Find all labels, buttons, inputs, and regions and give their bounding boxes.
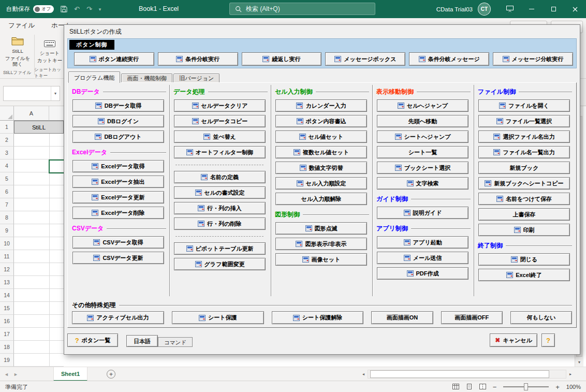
page-layout-view-icon[interactable] xyxy=(466,384,473,390)
close-button[interactable] xyxy=(564,0,586,18)
dialog-button[interactable]: セルへジャンプ xyxy=(377,99,468,112)
row-header[interactable]: 1 xyxy=(0,121,14,134)
row-header[interactable]: 15 xyxy=(0,302,14,315)
sheet-nav-left-icon[interactable]: ◄ xyxy=(4,372,9,377)
dialog-button[interactable]: 条件分岐メッセージ xyxy=(409,52,489,66)
tab-file[interactable]: ファイル xyxy=(8,21,35,30)
dialog-button[interactable]: 閉じる xyxy=(478,253,570,266)
dialog-button[interactable]: CSVデータ取得 xyxy=(72,236,164,249)
row-header[interactable]: 10 xyxy=(0,237,14,250)
row-header[interactable]: 14 xyxy=(0,289,14,302)
cell-a1[interactable]: StiLL xyxy=(14,121,64,134)
dialog-button[interactable]: アプリ起動 xyxy=(377,236,468,249)
dialog-button[interactable]: グラフ範囲変更 xyxy=(174,258,266,270)
dialog-button[interactable]: Excelデータ取得 xyxy=(72,160,164,172)
dialog-button[interactable]: 図形点滅 xyxy=(275,222,367,235)
dialog-tab[interactable]: 画面・機能制御 xyxy=(121,74,172,82)
row-header[interactable]: 9 xyxy=(0,224,14,237)
dialog-button[interactable]: 名前をつけて保存 xyxy=(478,193,570,205)
row-header[interactable]: 6 xyxy=(0,185,14,198)
dialog-button[interactable]: セルの書式設定 xyxy=(174,186,266,199)
row-header[interactable]: 13 xyxy=(0,276,14,289)
dialog-button[interactable]: メール送信 xyxy=(377,252,468,264)
maximize-button[interactable] xyxy=(543,0,564,18)
dialog-button[interactable]: 並べ替え xyxy=(174,130,266,143)
dialog-tab[interactable]: プログラム機能 xyxy=(68,71,120,83)
name-box[interactable]: ▾ xyxy=(3,86,60,101)
minimize-button[interactable] xyxy=(521,0,543,18)
dialog-button[interactable]: DBログイン xyxy=(72,115,164,127)
dialog-button[interactable]: Excel終了 xyxy=(478,269,570,281)
dialog-button[interactable]: ボタン連続実行 xyxy=(74,52,154,66)
row-header[interactable]: 8 xyxy=(0,211,14,224)
row-header[interactable]: 2 xyxy=(0,134,14,147)
account-avatar[interactable]: CT xyxy=(478,3,491,16)
chevron-down-icon[interactable]: ▾ xyxy=(51,86,60,100)
dialog-button[interactable]: ピボットテーブル更新 xyxy=(174,242,266,255)
dialog-button[interactable]: セル入力順解除 xyxy=(275,193,367,205)
row-header[interactable]: 11 xyxy=(0,250,14,263)
dialog-button[interactable]: アクティブセル出力 xyxy=(72,311,164,324)
dialog-button[interactable]: 画面描画ON xyxy=(371,311,433,324)
row-header[interactable]: 4 xyxy=(0,159,14,172)
page-break-view-icon[interactable] xyxy=(479,384,486,390)
save-icon[interactable] xyxy=(61,6,67,12)
dialog-button[interactable]: 画像セット xyxy=(275,253,367,266)
scroll-right-icon[interactable]: ▸ xyxy=(566,370,575,379)
button-list-button[interactable]: ? ボタン一覧 xyxy=(67,333,118,347)
zoom-in-button[interactable]: + xyxy=(555,383,560,391)
row-header[interactable]: 7 xyxy=(0,198,14,211)
zoom-slider[interactable] xyxy=(503,381,549,392)
dialog-button[interactable]: ファイル一覧選択 xyxy=(478,115,570,127)
horizontal-scrollbar-track[interactable] xyxy=(368,370,566,379)
dialog-button[interactable]: 上書保存 xyxy=(478,208,570,221)
horizontal-scrollbar[interactable]: ◂ ▸ xyxy=(359,369,575,379)
ribbon-display-options-icon[interactable] xyxy=(499,0,521,18)
row-header[interactable]: 18 xyxy=(0,341,14,354)
horizontal-scrollbar-thumb[interactable] xyxy=(370,370,549,378)
row-header[interactable]: 19 xyxy=(0,354,14,367)
undo-icon[interactable]: ↶ xyxy=(74,5,80,13)
dialog-button[interactable]: 選択ファイル名出力 xyxy=(478,130,570,143)
row-header[interactable]: 17 xyxy=(0,328,14,341)
shortcut-key-button[interactable]: ショート カットキー xyxy=(36,35,64,68)
dialog-button[interactable]: 画面描画OFF xyxy=(441,311,503,324)
dialog-tab[interactable]: 旧バージョン xyxy=(173,74,219,82)
row-header[interactable]: 16 xyxy=(0,315,14,328)
scroll-down-icon[interactable]: ▾ xyxy=(575,358,583,366)
column-header-a[interactable]: A xyxy=(14,106,49,121)
row-header[interactable]: 3 xyxy=(0,147,14,159)
dialog-button[interactable]: Excelデータ更新 xyxy=(72,191,164,204)
toolbar-caret-icon[interactable]: ▾ xyxy=(99,7,101,12)
dialog-button[interactable]: オートフィルター制御 xyxy=(174,146,266,158)
dialog-button[interactable]: シート保護 xyxy=(172,311,264,324)
scroll-left-icon[interactable]: ◂ xyxy=(359,370,368,379)
dialog-button[interactable]: シート保護解除 xyxy=(272,311,364,324)
dialog-button[interactable]: 行・列の削除 xyxy=(174,217,266,230)
dialog-button[interactable]: Excelデータ削除 xyxy=(72,207,164,219)
dialog-button[interactable]: シート一覧 xyxy=(377,146,468,158)
redo-icon[interactable]: ↷ xyxy=(86,5,92,13)
dialog-button[interactable]: 図形表示/非表示 xyxy=(275,238,367,250)
dialog-button[interactable]: メッセージボックス xyxy=(325,52,405,66)
dialog-button[interactable]: 数値文字切替 xyxy=(275,162,367,174)
dialog-button[interactable]: 名前の定義 xyxy=(174,171,266,183)
dialog-button[interactable]: 新規ブックへシートコピー xyxy=(478,177,570,190)
dialog-button[interactable]: シートへジャンプ xyxy=(377,130,468,143)
dialog-button[interactable]: カレンダー入力 xyxy=(275,99,367,112)
search-input[interactable]: 検索 (Alt+Q) xyxy=(229,3,375,15)
dialog-button[interactable]: 行・列の挿入 xyxy=(174,202,266,214)
dialog-button[interactable]: ブックシート選択 xyxy=(377,162,468,174)
dialog-button[interactable]: 文字検索 xyxy=(377,177,468,190)
dialog-button[interactable]: 新規ブック xyxy=(478,162,570,174)
row-header[interactable]: 5 xyxy=(0,172,14,185)
column-header-b[interactable] xyxy=(49,106,64,121)
account-name[interactable]: CData Trial03 xyxy=(436,6,473,12)
language-tab[interactable]: コマンド xyxy=(158,337,193,347)
help-button[interactable]: ? xyxy=(541,333,555,347)
dialog-button[interactable]: ファイル名一覧出力 xyxy=(478,146,570,158)
autosave-control[interactable]: 自動保存 オフ xyxy=(6,5,54,13)
language-tab[interactable]: 日本語 xyxy=(126,335,158,347)
normal-view-icon[interactable] xyxy=(452,384,459,390)
dialog-button[interactable]: セル値セット xyxy=(275,130,367,143)
